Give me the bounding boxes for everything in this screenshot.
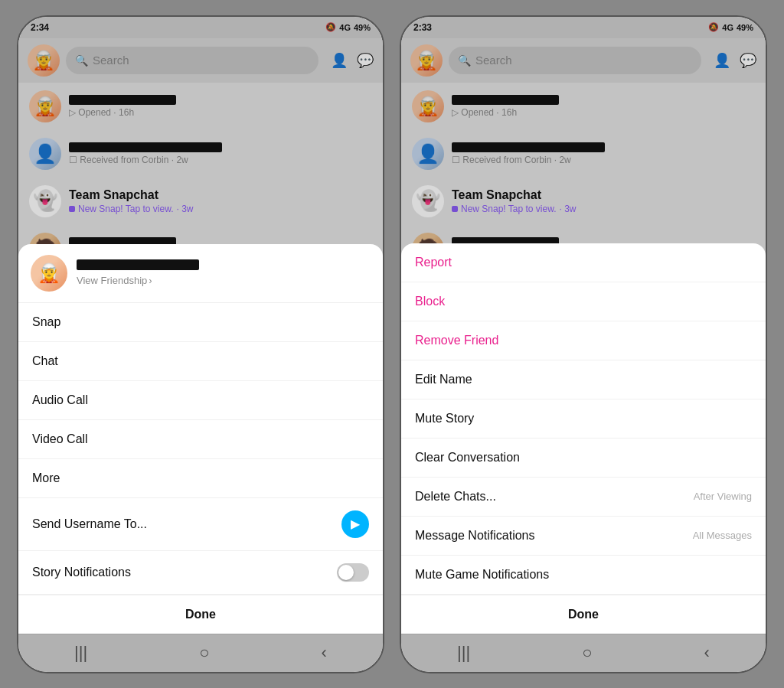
bottom-sheet-left: 🧝 View Friendship › Snap Chat Audio Call… xyxy=(18,244,383,634)
sheet-avatar: 🧝 xyxy=(31,255,67,292)
context-block[interactable]: Block xyxy=(401,282,766,321)
left-phone: 2:34 🔕 4G 49% 🧝 🔍 Search 👤 💬 🧝 xyxy=(17,15,384,673)
sheet-menu-more[interactable]: More xyxy=(18,459,383,498)
context-menu-right: Report Block Remove Friend Edit Name Mut… xyxy=(401,243,766,634)
sheet-name-redacted xyxy=(77,259,199,270)
delete-chats-secondary: After Viewing xyxy=(694,491,752,502)
sheet-menu-audio-call[interactable]: Audio Call xyxy=(18,381,383,420)
context-clear-conversation[interactable]: Clear Conversation xyxy=(401,439,766,478)
sheet-menu-chat[interactable]: Chat xyxy=(18,342,383,381)
toggle-knob xyxy=(338,565,354,580)
context-delete-chats[interactable]: Delete Chats... After Viewing xyxy=(401,478,766,517)
sheet-user-info: View Friendship › xyxy=(77,259,199,286)
view-friendship-link[interactable]: View Friendship › xyxy=(77,275,199,286)
context-message-notifications[interactable]: Message Notifications All Messages xyxy=(401,517,766,556)
context-edit-name[interactable]: Edit Name xyxy=(401,360,766,399)
context-report[interactable]: Report xyxy=(401,243,766,282)
done-button-left[interactable]: Done xyxy=(18,595,383,634)
sheet-menu-story-notifs[interactable]: Story Notifications xyxy=(18,551,383,595)
sheet-menu-send-username[interactable]: Send Username To... ▶ xyxy=(18,498,383,551)
sheet-menu-video-call[interactable]: Video Call xyxy=(18,420,383,459)
context-mute-game-notifications[interactable]: Mute Game Notifications xyxy=(401,556,766,595)
send-icon[interactable]: ▶ xyxy=(341,510,369,538)
sheet-menu-snap[interactable]: Snap xyxy=(18,303,383,342)
sheet-header: 🧝 View Friendship › xyxy=(18,244,383,303)
right-phone: 2:33 🔕 4G 49% 🧝 🔍 Search 👤 💬 🧝 xyxy=(400,15,767,673)
msg-notifs-secondary: All Messages xyxy=(693,530,752,541)
context-remove-friend[interactable]: Remove Friend xyxy=(401,321,766,360)
context-mute-story[interactable]: Mute Story xyxy=(401,399,766,439)
done-button-right[interactable]: Done xyxy=(401,595,766,634)
story-notifs-toggle[interactable] xyxy=(337,563,369,582)
